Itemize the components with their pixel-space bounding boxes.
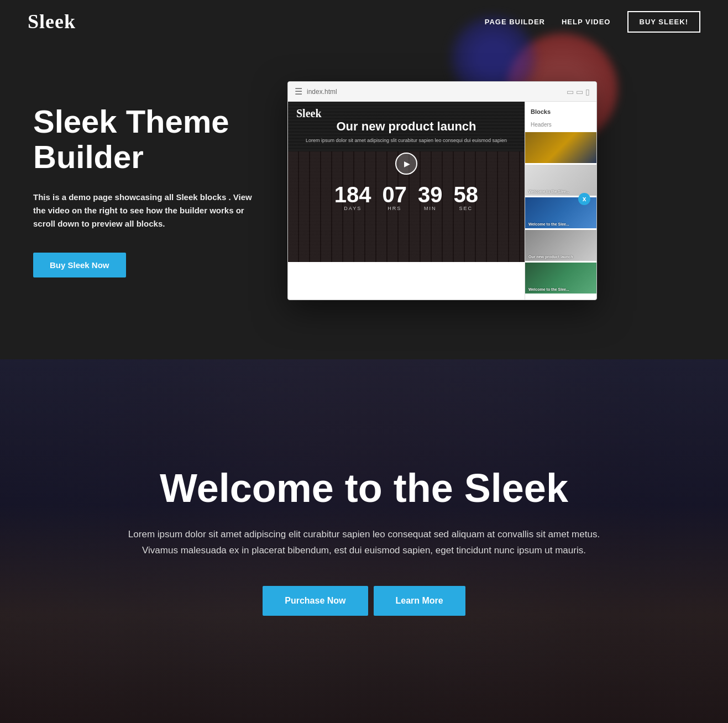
panel-block-2[interactable]: Welcome to the Slee... <box>525 165 596 196</box>
panel-title: Blocks <box>525 106 596 117</box>
welcome-content: Welcome to the Sleek Lorem ipsum dolor s… <box>116 467 613 616</box>
countdown-seconds: 58 SEC <box>454 184 479 211</box>
browser-mockup: ☰ index.html ▭ ▭ ▯ Sleek <box>287 81 597 300</box>
browser-view-icons: ▭ ▭ ▯ <box>567 87 590 96</box>
browser-body: Sleek Our new product launch Lorem ipsum… <box>288 102 596 300</box>
screenshot-content: Our new product launch Lorem ipsum dolor… <box>295 119 518 212</box>
panel-close-button[interactable]: x <box>578 193 590 205</box>
browser-toolbar: ☰ index.html ▭ ▭ ▯ <box>288 82 596 102</box>
blocks-panel: Blocks Headers Welcome to the Slee... We… <box>525 102 596 300</box>
hero-section: Sleek Theme Builder This is a demo page … <box>0 0 728 359</box>
logo: Sleek <box>28 10 76 33</box>
welcome-section: Welcome to the Sleek Lorem ipsum dolor s… <box>0 359 728 723</box>
tablet-icon[interactable]: ▭ <box>576 87 583 96</box>
play-button[interactable] <box>395 153 417 175</box>
nav-help-video[interactable]: HELP VIDEO <box>562 18 611 26</box>
welcome-title: Welcome to the Sleek <box>116 467 613 510</box>
welcome-description: Lorem ipsum dolor sit amet adipiscing el… <box>116 527 613 559</box>
panel-block-4[interactable]: Our new product launch <box>525 230 596 261</box>
panel-block-4-label: Our new product launch <box>528 255 573 259</box>
inner-logo: Sleek <box>296 107 322 120</box>
browser-address: index.html <box>307 88 337 96</box>
purchase-now-button[interactable]: Purchase Now <box>263 586 368 616</box>
countdown-timer: 184 DAYS 07 HRS 39 MIN <box>306 184 507 211</box>
hero-description: This is a demo page showcasing all Sleek… <box>33 191 254 230</box>
nav-page-builder[interactable]: PAGE BUILDER <box>485 18 545 26</box>
panel-block-5[interactable]: Welcome to the Slee... <box>525 263 596 294</box>
navigation: PAGE BUILDER HELP VIDEO BUY SLEEK! <box>485 11 700 33</box>
hero-title: Sleek Theme Builder <box>33 104 254 175</box>
hero-content: Sleek Theme Builder This is a demo page … <box>0 81 728 300</box>
panel-subtitle: Headers <box>525 119 596 130</box>
learn-more-button[interactable]: Learn More <box>374 586 465 616</box>
browser-preview-area: Sleek Our new product launch Lorem ipsum… <box>288 102 525 300</box>
welcome-buttons: Purchase Now Learn More <box>116 586 613 616</box>
browser-screenshot: Sleek Our new product launch Lorem ipsum… <box>288 102 525 262</box>
menu-icon: ☰ <box>295 86 302 97</box>
countdown-days: 184 DAYS <box>334 184 371 211</box>
buy-sleek-nav-button[interactable]: BUY SLEEK! <box>627 11 701 33</box>
countdown-minutes-value: 39 <box>418 184 443 206</box>
countdown-hours: 07 HRS <box>383 184 407 211</box>
panel-block-3-label: Welcome to the Slee... <box>528 222 569 226</box>
product-description: Lorem ipsum dolor sit amet adipiscing sl… <box>306 137 507 144</box>
browser-address-bar: ☰ index.html <box>295 86 337 97</box>
header: Sleek PAGE BUILDER HELP VIDEO BUY SLEEK! <box>0 0 728 43</box>
countdown-days-value: 184 <box>334 184 371 206</box>
mobile-icon[interactable]: ▯ <box>585 87 590 96</box>
countdown-hours-value: 07 <box>383 184 407 206</box>
hero-cta-button[interactable]: Buy Sleek Now <box>33 253 126 277</box>
panel-block-2-label: Welcome to the Slee... <box>528 190 569 193</box>
countdown-minutes: 39 MIN <box>418 184 443 211</box>
product-title: Our new product launch <box>306 119 507 134</box>
panel-block-5-label: Welcome to the Slee... <box>528 287 569 291</box>
desktop-icon[interactable]: ▭ <box>567 87 574 96</box>
hero-left-panel: Sleek Theme Builder This is a demo page … <box>33 104 254 278</box>
play-button-container <box>306 153 507 175</box>
panel-block-1[interactable] <box>525 132 596 163</box>
countdown-seconds-value: 58 <box>454 184 479 206</box>
